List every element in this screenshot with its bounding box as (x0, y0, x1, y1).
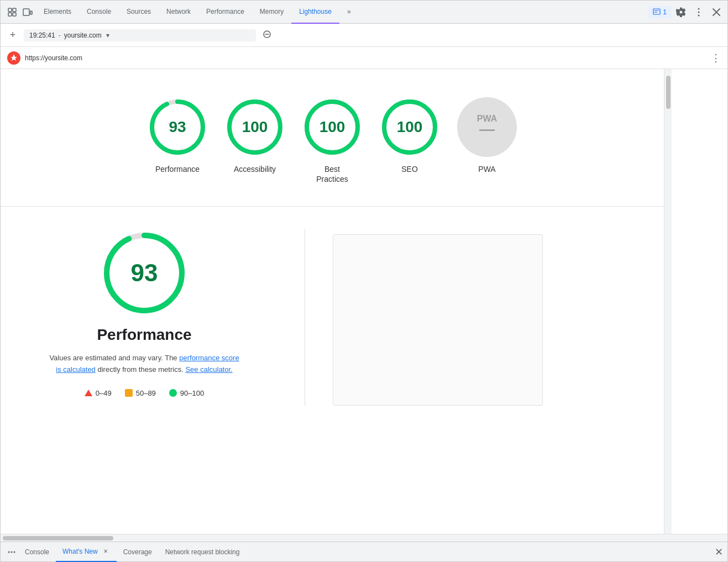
score-cards: 93 Performance 100 Accessibility (12, 80, 653, 206)
badge-count: 1 (663, 8, 667, 16)
perf-description: Values are estimated and may vary. The p… (49, 353, 239, 376)
lighthouse-icon (7, 51, 20, 65)
close-devtools-icon[interactable] (709, 4, 724, 20)
score-circle-pwa: PWA — (457, 97, 517, 157)
url-dropdown-icon[interactable]: ▾ (106, 31, 109, 39)
perf-large-score-value: 93 (131, 259, 158, 287)
score-label-accessibility: Accessibility (234, 164, 276, 174)
legend-item-orange: 50–89 (125, 389, 156, 397)
bottom-tab-whats-new-label: What's New (62, 548, 98, 555)
svg-rect-3 (13, 13, 16, 16)
perf-left: 93 Performance Values are estimated and … (12, 229, 277, 406)
tab-network[interactable]: Network (159, 1, 198, 24)
score-circle-seo: 100 (379, 97, 440, 157)
score-label-pwa: PWA (478, 164, 495, 174)
see-calculator-link[interactable]: See calculator. (185, 365, 232, 374)
scrollbar-track[interactable] (664, 69, 672, 534)
score-value-seo: 100 (397, 118, 423, 136)
perf-title: Performance (97, 326, 191, 344)
tab-lighthouse[interactable]: Lighthouse (291, 1, 339, 24)
score-label-seo: SEO (401, 164, 418, 174)
bottom-more-icon[interactable] (5, 545, 18, 559)
feedback-badge[interactable]: 1 (648, 6, 671, 18)
svg-text:—: — (479, 120, 495, 138)
lh-url: https://yoursite.com (25, 54, 82, 62)
legend-item-red: 0–49 (85, 389, 112, 397)
horizontal-scrollbar[interactable] (1, 534, 727, 542)
tab-sources[interactable]: Sources (119, 1, 159, 24)
tab-console[interactable]: Console (79, 1, 119, 24)
inspect-icon[interactable] (6, 6, 18, 18)
bottom-tab-console[interactable]: Console (18, 542, 56, 562)
score-card-performance[interactable]: 93 Performance (147, 97, 208, 174)
score-circle-accessibility: 100 (224, 97, 285, 157)
svg-point-28 (14, 551, 15, 553)
bottom-tab-network-blocking[interactable]: Network request blocking (159, 542, 247, 562)
score-label-best-practices: BestPractices (316, 164, 348, 184)
svg-point-10 (698, 11, 700, 13)
bottom-tab-console-label: Console (25, 548, 49, 556)
device-toggle-icon[interactable] (22, 6, 34, 18)
svg-rect-6 (653, 9, 660, 14)
perf-right (333, 229, 653, 406)
legend-green-label: 90–100 (180, 389, 204, 397)
bottom-tab-bar: Console What's New ✕ Coverage Network re… (1, 542, 727, 561)
settings-icon[interactable] (673, 4, 689, 20)
perf-large-score-circle: 93 (100, 229, 188, 317)
legend-red-label: 0–49 (96, 389, 112, 397)
legend-red-icon (85, 390, 92, 396)
legend-orange-icon (125, 389, 133, 397)
score-card-accessibility[interactable]: 100 Accessibility (224, 97, 285, 174)
legend-orange-label: 50–89 (136, 389, 156, 397)
main-content: 93 Performance 100 Accessibility (1, 69, 727, 534)
svg-point-11 (698, 14, 700, 16)
legend-item-green: 90–100 (169, 389, 204, 397)
score-circle-performance: 93 (147, 97, 208, 157)
bottom-tab-network-blocking-label: Network request blocking (165, 548, 240, 556)
tab-bar-right: 1 (648, 4, 724, 20)
close-bottom-bar-icon[interactable]: ✕ (715, 546, 723, 558)
url-text: yoursite.com (64, 31, 102, 39)
close-whats-new-icon[interactable]: ✕ (101, 547, 110, 556)
svg-point-9 (698, 8, 700, 9)
tab-elements[interactable]: Elements (36, 1, 79, 24)
h-scroll-thumb[interactable] (3, 536, 113, 540)
score-value-accessibility: 100 (242, 118, 268, 136)
score-value-best-practices: 100 (320, 118, 345, 136)
lh-more-icon[interactable]: ⋮ (711, 52, 721, 64)
score-value-performance: 93 (169, 118, 186, 136)
score-card-best-practices[interactable]: 100 BestPractices (302, 97, 363, 184)
svg-point-27 (11, 551, 13, 553)
score-label-performance: Performance (155, 164, 200, 174)
performance-detail: 93 Performance Values are estimated and … (12, 207, 653, 428)
bottom-tab-coverage[interactable]: Coverage (117, 542, 159, 562)
score-card-pwa[interactable]: PWA — PWA (457, 97, 517, 174)
svg-rect-4 (23, 9, 29, 15)
lh-header: https://yoursite.com ⋮ (1, 47, 727, 69)
score-legend: 0–49 50–89 90–100 (85, 389, 204, 397)
vertical-divider (305, 229, 305, 406)
score-circle-best-practices: 100 (302, 97, 363, 157)
stop-loading-icon[interactable] (263, 30, 271, 40)
svg-rect-1 (13, 8, 16, 12)
content-area: 93 Performance 100 Accessibility (1, 69, 664, 534)
score-card-seo[interactable]: 100 SEO (379, 97, 440, 174)
tab-memory[interactable]: Memory (252, 1, 291, 24)
new-tab-button[interactable]: + (6, 29, 19, 42)
svg-point-26 (8, 551, 10, 553)
scrollbar-thumb[interactable] (666, 76, 671, 109)
bottom-tab-whats-new[interactable]: What's New ✕ (56, 542, 117, 562)
legend-green-icon (169, 389, 177, 397)
screenshot-preview (333, 234, 543, 406)
svg-rect-5 (30, 11, 32, 14)
more-options-icon[interactable] (691, 4, 706, 20)
perf-desc-mid: directly from these metrics. (97, 365, 185, 374)
tab-performance[interactable]: Performance (198, 1, 252, 24)
tab-bar: Elements Console Sources Network Perform… (1, 1, 727, 24)
svg-rect-0 (8, 8, 12, 12)
tab-more[interactable]: » (339, 1, 359, 24)
bottom-tab-coverage-label: Coverage (123, 548, 152, 556)
tab-bar-left (4, 6, 36, 18)
url-input-area[interactable]: 19:25:41 - yoursite.com ▾ (24, 29, 256, 41)
url-time: 19:25:41 (29, 31, 55, 39)
